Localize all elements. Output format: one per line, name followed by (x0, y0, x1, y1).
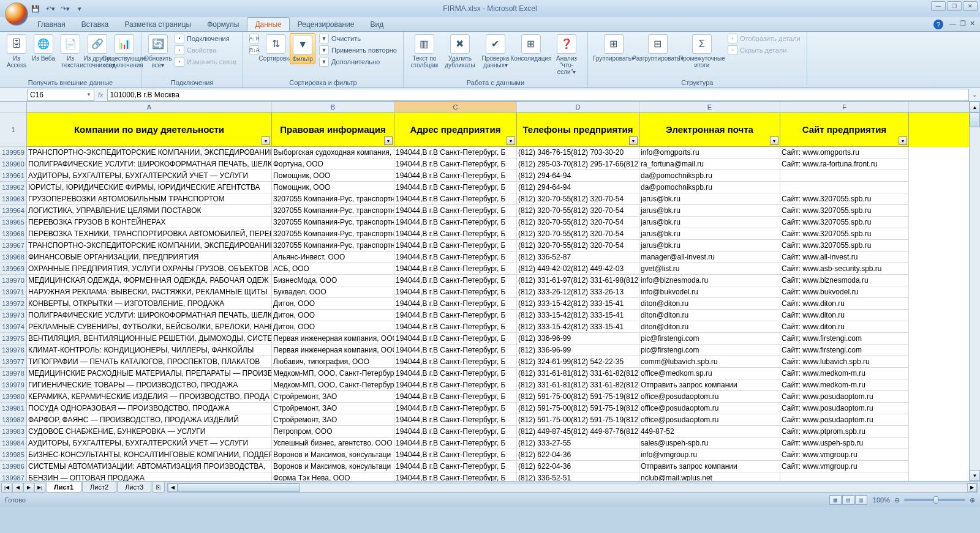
table-cell[interactable]: ПОЛИГРАФИЧЕСКИЕ УСЛУГИ: ШИРОКОФОРМАТНАЯ … (27, 310, 272, 321)
row-header[interactable]: 139974 (0, 321, 26, 333)
doc-minimize[interactable]: — (949, 20, 956, 28)
table-cell[interactable]: (812) 622-04-36 (517, 449, 639, 461)
new-sheet-button[interactable]: ⎘ (152, 482, 165, 493)
table-cell[interactable]: Фортуна, ООО (272, 158, 394, 170)
table-cell[interactable]: Помощник, ООО (272, 170, 394, 182)
row-header[interactable]: 139967 (0, 240, 26, 252)
row-header[interactable]: 139970 (0, 275, 26, 286)
table-cell[interactable]: 194044,В г.В Санкт-Петербург, Б (394, 472, 517, 481)
table-cell[interactable]: 194044,В г.В Санкт-Петербург, Б (394, 252, 517, 263)
table-cell[interactable]: МЕДИЦИНСКИЕ РАСХОДНЫЕ МАТЕРИАЛЫ, ПРЕПАРА… (27, 368, 272, 379)
table-cell[interactable]: 194044,В г.В Санкт-Петербург, Б (394, 310, 517, 321)
close-button[interactable]: ✕ (963, 1, 978, 11)
table-cell[interactable]: office@posudaoptom.ru (639, 403, 780, 414)
table-cell[interactable]: (812) 346-76-15(812) 703-30-20 (517, 147, 639, 158)
table-cell[interactable]: pic@firstengi.com (639, 345, 780, 356)
scroll-right-icon[interactable]: ▶ (967, 483, 977, 492)
table-cell[interactable]: (812) 591-75-00(812) 591-75-19(812) 5 (517, 414, 639, 426)
table-cell[interactable]: gvet@list.ru (639, 263, 780, 275)
table-cell[interactable]: КОНВЕРТЫ, ОТКРЫТКИ — ИЗГОТОВЛЕНИЕ, ПРОДА… (27, 298, 272, 310)
table-cell[interactable]: 3207055 Компания-Рус, транспортн (272, 217, 394, 228)
column-header[interactable]: D (517, 102, 639, 112)
table-cell[interactable]: 194044,В г.В Санкт-Петербург, Б (394, 321, 517, 333)
table-cell[interactable]: ПОСУДА ОДНОРАЗОВАЯ — ПРОИЗВОДСТВО, ПРОДА… (27, 403, 272, 414)
table-cell[interactable]: (812) 336-52-51 (517, 472, 639, 481)
sort-az-button[interactable]: А↓Я (247, 33, 262, 44)
table-cell[interactable]: 194044,В г.В Санкт-Петербург, Б (394, 403, 517, 414)
table-cell[interactable]: 194044,В г.В Санкт-Петербург, Б (394, 170, 517, 182)
ribbon-button[interactable]: ❓Анализ "что-если"▾ (549, 33, 584, 76)
ribbon-tab[interactable]: Вставка (74, 17, 117, 31)
table-cell[interactable]: ТРАНСПОРТНО-ЭКСПЕДИТОРСКИЕ КОМПАНИИ, ЭКС… (27, 240, 272, 252)
row-header[interactable]: 139971 (0, 286, 26, 298)
doc-close[interactable]: ✕ (970, 20, 975, 28)
table-cell[interactable]: Сайт: www.omgports.ru (780, 147, 909, 158)
table-cell[interactable]: Сайт: www.3207055.spb.ru (780, 228, 909, 240)
ribbon-tab[interactable]: Вид (362, 17, 391, 31)
ribbon-small-button[interactable]: •Изменить связи (172, 56, 239, 67)
table-cell[interactable]: Дитон, ООО (272, 310, 394, 321)
table-cell[interactable]: АУДИТОРЫ, БУХГАЛТЕРЫ, БУХГАЛТЕРСКИЙ УЧЕТ… (27, 438, 272, 449)
ribbon-small-button[interactable]: •Подключения (172, 33, 239, 44)
table-cell[interactable]: РЕКЛАМНЫЕ СУВЕНИРЫ, ФУТБОЛКИ, БЕЙСБОЛКИ,… (27, 321, 272, 333)
table-cell[interactable]: Сайт: www.ra-fortuna.front.ru (780, 158, 909, 170)
table-cell[interactable]: Сайт: www.posudaoptom.ru (780, 391, 909, 403)
table-cell[interactable]: office@posudaoptom.ru (639, 391, 780, 403)
ribbon-button[interactable]: ⊟Разгруппировать▾ (636, 33, 680, 70)
ribbon-button[interactable]: ⊞Консолидация (514, 33, 548, 63)
table-cell[interactable]: Сайт: www.diton.ru (780, 298, 909, 310)
table-cell[interactable]: БЕНЗИН — ОПТОВАЯ ПРОДАЖА (27, 472, 272, 481)
table-cell[interactable]: (812) 622-04-36 (517, 461, 639, 472)
sort-button[interactable]: ⇅Сортировка (263, 33, 288, 63)
zoom-thumb[interactable] (933, 496, 938, 504)
table-cell[interactable]: ФАРФОР, ФАЯНС — ПРОИЗВОДСТВО, ПРОДАЖА ИЗ… (27, 414, 272, 426)
table-cell[interactable]: АСБ, ООО (272, 263, 394, 275)
prev-sheet-button[interactable]: ◀ (12, 483, 23, 493)
table-cell[interactable] (780, 170, 909, 182)
vertical-scrollbar[interactable]: ▲ ▼ (969, 102, 980, 481)
normal-view-button[interactable]: ▦ (829, 495, 842, 505)
table-cell[interactable]: КЕРАМИКА, КЕРАМИЧЕСКИЕ ИЗДЕЛИЯ — ПРОИЗВО… (27, 391, 272, 403)
refresh-all-button[interactable]: 🔄Обновить все▾ (145, 33, 171, 70)
table-cell[interactable]: Стройремонт, ЗАО (272, 391, 394, 403)
table-cell[interactable]: (812) 320-70-55(812) 320-70-54 (517, 193, 639, 205)
table-cell[interactable]: jarus@bk.ru (639, 228, 780, 240)
filter-dropdown-icon[interactable]: ▼ (770, 136, 778, 145)
row-header[interactable]: 139959 (0, 147, 26, 158)
table-cell[interactable]: (812) 333-26-12(812) 333-26-13 (517, 286, 639, 298)
undo-icon[interactable]: ↶▾ (44, 2, 56, 15)
table-cell[interactable]: Стройремонт, ЗАО (272, 403, 394, 414)
formula-input[interactable]: 101000,В г.В Москва (107, 89, 969, 101)
table-cell[interactable]: (812) 333-15-42(812) 333-15-41 (517, 321, 639, 333)
row-header[interactable]: 139969 (0, 263, 26, 275)
row-header[interactable]: 139982 (0, 414, 26, 426)
table-cell[interactable]: info@biznesmoda.ru (639, 275, 780, 286)
qat-customize-icon[interactable]: ▾ (74, 2, 86, 15)
row-header[interactable]: 139975 (0, 333, 26, 345)
table-cell[interactable]: Сайт: www.vmgroup.ru (780, 461, 909, 472)
table-cell[interactable]: 194044,В г.В Санкт-Петербург, Б (394, 217, 517, 228)
table-cell[interactable]: Дитон, ООО (272, 321, 394, 333)
redo-icon[interactable]: ↷▾ (59, 2, 71, 15)
table-cell[interactable]: sales@uspeh-spb.ru (639, 438, 780, 449)
table-cell[interactable]: info@vmgroup.ru (639, 449, 780, 461)
ribbon-button[interactable]: ▥Текст по столбцам (407, 33, 442, 70)
table-cell[interactable]: ЮРИСТЫ, ЮРИДИЧЕСКИЕ ФИРМЫ, ЮРИДИЧЕСКИЕ А… (27, 182, 272, 193)
table-cell[interactable] (780, 472, 909, 481)
table-cell[interactable]: 194044,В г.В Санкт-Петербург, Б (394, 461, 517, 472)
name-box[interactable]: C16 ▼ (27, 89, 94, 101)
table-cell[interactable]: Альянс-Инвест, ООО (272, 252, 394, 263)
ribbon-button[interactable]: ΣПромежуточные итоги (680, 33, 724, 70)
table-cell[interactable]: Сайт: www.all-invest.ru (780, 252, 909, 263)
row-header[interactable]: 139979 (0, 379, 26, 391)
table-cell[interactable]: (812) 336-96-99 (517, 333, 639, 345)
table-cell[interactable]: Сайт: www.diton.ru (780, 310, 909, 321)
table-cell[interactable]: manager@all-invest.ru (639, 252, 780, 263)
row-header[interactable]: 139972 (0, 298, 26, 310)
table-cell[interactable]: Сайт: www.uspeh-spb.ru (780, 438, 909, 449)
zoom-in-button[interactable]: ⊕ (970, 496, 975, 504)
table-cell[interactable]: СИСТЕМЫ АВТОМАТИЗАЦИИ: АВТОМАТИЗАЦИЯ ПРО… (27, 461, 272, 472)
table-cell[interactable]: 449-87-52 (639, 426, 780, 438)
table-cell[interactable]: ЛОГИСТИКА, УПРАВЛЕНИЕ ЦЕЛЯМИ ПОСТАВОК (27, 205, 272, 217)
table-cell[interactable]: (812) 336-96-99 (517, 345, 639, 356)
